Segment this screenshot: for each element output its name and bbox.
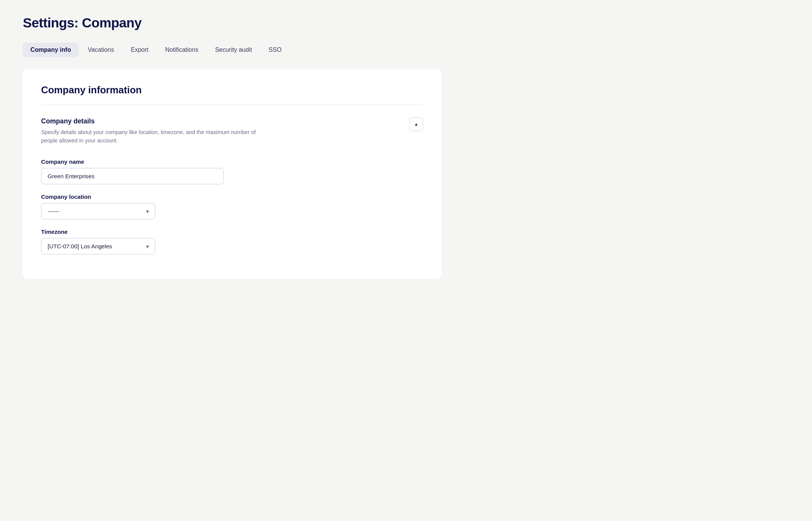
tabs-navigation: Company info Vacations Export Notificati… (23, 43, 789, 57)
collapse-icon: ▲ (414, 121, 419, 127)
tab-company-info[interactable]: Company info (23, 43, 79, 57)
company-name-input[interactable] (41, 168, 224, 184)
section-header-left: Company details Specify details about yo… (41, 117, 269, 155)
tab-vacations[interactable]: Vacations (80, 43, 122, 57)
section-description: Specify details about your company like … (41, 128, 269, 145)
company-details-section: Company details Specify details about yo… (41, 117, 423, 254)
section-header: Company details Specify details about yo… (41, 117, 423, 155)
company-location-label: Company location (41, 193, 423, 200)
collapse-button[interactable]: ▲ (409, 117, 423, 131)
timezone-select-wrapper: [UTC-07:00] Los Angeles [UTC-08:00] Paci… (41, 238, 155, 254)
timezone-field: Timezone [UTC-07:00] Los Angeles [UTC-08… (41, 229, 423, 254)
card-section-title: Company information (41, 85, 423, 96)
tab-security-audit[interactable]: Security audit (207, 43, 260, 57)
company-location-field: Company location ------ United States Un… (41, 193, 423, 219)
company-name-label: Company name (41, 158, 423, 165)
timezone-select[interactable]: [UTC-07:00] Los Angeles [UTC-08:00] Paci… (41, 238, 155, 254)
company-location-select[interactable]: ------ United States United Kingdom Cana… (41, 203, 155, 219)
card-divider (41, 105, 423, 105)
tab-sso[interactable]: SSO (261, 43, 289, 57)
tab-notifications[interactable]: Notifications (158, 43, 206, 57)
page-title: Settings: Company (23, 15, 789, 30)
company-name-field: Company name (41, 158, 423, 184)
company-location-select-wrapper: ------ United States United Kingdom Cana… (41, 203, 155, 219)
content-card: Company information Company details Spec… (23, 69, 441, 279)
tab-export[interactable]: Export (123, 43, 156, 57)
timezone-label: Timezone (41, 229, 423, 235)
section-title: Company details (41, 117, 269, 125)
